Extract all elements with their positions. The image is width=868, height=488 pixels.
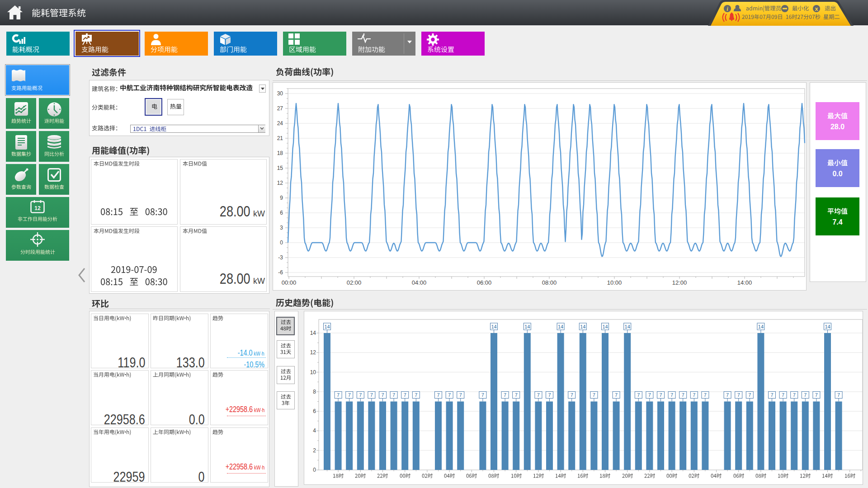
svg-text:14: 14 (524, 324, 530, 329)
svg-text:9: 9 (280, 195, 283, 201)
svg-text:-6: -6 (278, 269, 283, 276)
svg-text:8: 8 (313, 389, 316, 395)
svg-text:7: 7 (804, 392, 807, 398)
svg-text:7: 7 (726, 392, 729, 398)
svg-text:24: 24 (277, 120, 283, 127)
svg-text:08:00: 08:00 (542, 279, 557, 286)
svg-text:7: 7 (837, 392, 840, 398)
svg-text:7: 7 (782, 392, 784, 398)
svg-text:7: 7 (337, 392, 340, 398)
svg-text:12: 12 (310, 349, 316, 356)
svg-text:7: 7 (748, 392, 751, 398)
svg-text:0: 0 (313, 467, 316, 473)
svg-text:7: 7 (537, 392, 540, 398)
svg-text:7: 7 (459, 392, 462, 398)
svg-text:21: 21 (277, 135, 283, 141)
svg-text:12: 12 (34, 205, 41, 211)
svg-text:12:00: 12:00 (672, 279, 687, 286)
svg-text:7: 7 (815, 392, 818, 398)
svg-text:4: 4 (313, 427, 316, 434)
svg-text:7: 7 (693, 392, 695, 398)
svg-text:7: 7 (648, 392, 651, 398)
svg-text:00:00: 00:00 (282, 279, 297, 286)
svg-text:14: 14 (580, 324, 585, 329)
svg-text:15: 15 (277, 165, 283, 171)
svg-text:7: 7 (381, 392, 384, 398)
svg-text:7: 7 (793, 392, 796, 398)
svg-text:14: 14 (625, 324, 630, 329)
svg-text:7: 7 (571, 392, 573, 398)
svg-text:7: 7 (637, 392, 640, 398)
svg-text:30: 30 (277, 90, 283, 97)
svg-text:10: 10 (310, 369, 316, 375)
svg-text:14: 14 (825, 324, 830, 329)
svg-text:2: 2 (313, 447, 316, 454)
svg-text:7: 7 (670, 392, 673, 398)
svg-text:14: 14 (602, 324, 608, 329)
svg-text:7: 7 (481, 392, 484, 398)
svg-text:7: 7 (704, 392, 707, 398)
svg-text:6: 6 (280, 210, 283, 216)
svg-text:14: 14 (310, 330, 316, 336)
svg-text:7: 7 (392, 392, 395, 398)
svg-text:7: 7 (682, 392, 684, 398)
svg-text:7: 7 (359, 392, 362, 398)
svg-text:27: 27 (277, 105, 283, 112)
svg-text:7: 7 (615, 392, 618, 398)
svg-text:-3: -3 (278, 254, 283, 261)
svg-text:7: 7 (415, 392, 417, 398)
svg-text:7: 7 (448, 392, 451, 398)
svg-text:7: 7 (348, 392, 351, 398)
svg-text:12: 12 (277, 180, 283, 186)
svg-text:7: 7 (404, 392, 406, 398)
svg-text:7: 7 (548, 392, 551, 398)
svg-text:6: 6 (313, 408, 316, 414)
svg-text:7: 7 (737, 392, 740, 398)
svg-text:7: 7 (770, 392, 773, 398)
svg-text:14: 14 (324, 324, 330, 329)
svg-text:7: 7 (370, 392, 373, 398)
svg-text:7: 7 (504, 392, 506, 398)
svg-text:18: 18 (277, 150, 283, 156)
svg-text:7: 7 (515, 392, 518, 398)
svg-text:14: 14 (758, 324, 764, 329)
svg-text:06:00: 06:00 (477, 279, 492, 286)
svg-text:14: 14 (491, 324, 496, 329)
svg-text:14: 14 (558, 324, 563, 329)
svg-text:0: 0 (280, 239, 283, 246)
svg-text:14:00: 14:00 (737, 279, 752, 286)
svg-text:7: 7 (437, 392, 439, 398)
svg-text:04:00: 04:00 (412, 279, 427, 286)
svg-text:x: x (815, 5, 818, 12)
svg-text:7: 7 (659, 392, 662, 398)
svg-text:7: 7 (593, 392, 595, 398)
svg-text:02:00: 02:00 (347, 279, 362, 286)
svg-text:3: 3 (280, 225, 283, 231)
svg-text:10:00: 10:00 (607, 279, 622, 286)
